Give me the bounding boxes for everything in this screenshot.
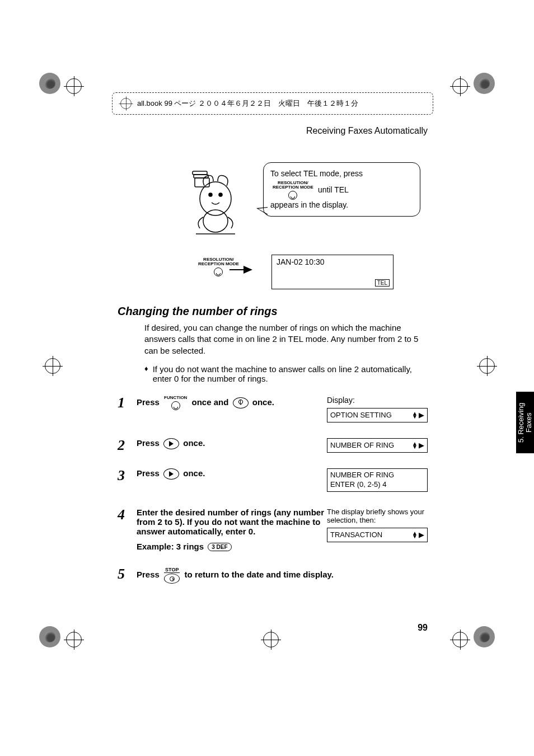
svg-rect-4 <box>195 178 209 187</box>
nav-arrows-icon: ▲▼▶ <box>412 411 424 419</box>
right-arrow-key-icon <box>163 468 179 480</box>
source-meta-bar: all.book 99 ページ ２００４年６月２２日 火曜日 午後１２時１分 <box>112 92 433 115</box>
display-box: OPTION SETTING ▲▼▶ <box>327 408 428 422</box>
down-arrow-key-icon <box>233 397 249 408</box>
nav-arrows-icon: ▲▼▶ <box>412 530 424 539</box>
display-label: Display: <box>327 396 428 405</box>
bubble-line: To select TEL mode, press <box>270 168 413 180</box>
nav-arrows-icon: ▲▼▶ <box>412 441 424 449</box>
step-2: 2 Press once. NUMBER OF RING ▲▼▶ <box>118 438 428 453</box>
stop-key-icon: STOP <box>164 567 180 584</box>
display-note: The display briefly shows your selection… <box>327 508 428 524</box>
tip-bubble: To select TEL mode, press RESOLUTION/ RE… <box>263 162 420 217</box>
step-3: 3 Press once. NUMBER OF RING ENTER (0, 2… <box>118 468 428 492</box>
page-number: 99 <box>418 623 428 633</box>
lcd-display: JAN-02 10:30 TEL <box>271 255 394 289</box>
bullet-diamond-icon: ♦ <box>144 364 148 383</box>
body-paragraph: If desired, you can change the number of… <box>144 322 428 356</box>
svg-point-2 <box>219 193 222 196</box>
bubble-line: until TEL <box>318 185 349 196</box>
page: all.book 99 ページ ２００４年６月２２日 火曜日 午後１２時１分 R… <box>73 67 461 655</box>
bullet-text: If you do not want the machine to answer… <box>153 364 428 383</box>
chapter-tab: 5. Receiving Faxes <box>516 392 534 453</box>
display-box: NUMBER OF RING ENTER (0, 2-5) 4 <box>327 468 428 492</box>
section-heading: Changing the number of rings <box>118 305 428 318</box>
lcd-preview-row: RESOLUTION/ RECEPTION MODE JAN-02 10:30 … <box>118 255 428 299</box>
numpad-key-icon: 3 DEF <box>208 543 231 551</box>
step-5: 5 Press STOP to return to the date and t… <box>118 567 428 584</box>
step-number: 3 <box>118 468 137 483</box>
tip-bubble-row: To select TEL mode, press RESOLUTION/ RE… <box>118 162 428 252</box>
step-number: 5 <box>118 567 137 581</box>
step-1: 1 Press FUNCTION once and once. Display:… <box>118 396 428 422</box>
arrow-right-icon <box>243 266 252 274</box>
display-box: NUMBER OF RING ▲▼▶ <box>327 438 428 453</box>
svg-rect-6 <box>193 171 207 175</box>
lcd-text: JAN-02 10:30 <box>277 257 325 266</box>
svg-point-3 <box>203 210 228 232</box>
source-meta-text: all.book 99 ページ ２００４年６月２２日 火曜日 午後１２時１分 <box>137 98 358 109</box>
svg-point-1 <box>209 193 212 196</box>
crop-mark <box>474 358 495 376</box>
bullet-item: ♦ If you do not want the machine to answ… <box>144 364 428 383</box>
lcd-mode-tag: TEL <box>375 279 390 287</box>
function-button-icon: FUNCTION <box>164 396 187 410</box>
mascot-illustration <box>185 168 246 241</box>
step-number: 4 <box>118 508 137 522</box>
step-4: 4 Enter the desired number of rings (any… <box>118 508 428 552</box>
crop-mark <box>39 358 60 376</box>
reception-mode-button-icon: RESOLUTION/ RECEPTION MODE <box>198 257 239 276</box>
step-number: 2 <box>118 438 137 453</box>
display-box: TRANSACTION ▲▼▶ <box>327 528 428 542</box>
arrow-line <box>229 269 245 270</box>
running-head: Receiving Faxes Automatically <box>306 126 428 136</box>
bubble-line: appears in the display. <box>270 200 413 211</box>
step-number: 1 <box>118 396 137 410</box>
reception-mode-button-icon: RESOLUTION/ RECEPTION MODE <box>273 181 313 200</box>
right-arrow-key-icon <box>163 438 179 449</box>
